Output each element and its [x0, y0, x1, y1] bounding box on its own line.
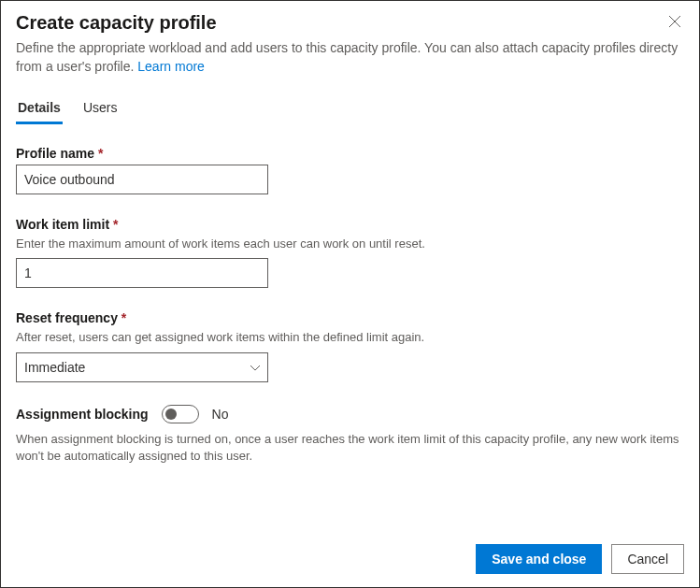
reset-frequency-label: Reset frequency *	[16, 310, 684, 325]
assignment-blocking-help: When assignment blocking is turned on, o…	[16, 431, 684, 465]
dialog-description: Define the appropriate workload and add …	[16, 39, 684, 76]
dialog-content: Profile name * Work item limit * Enter t…	[1, 125, 699, 531]
learn-more-link[interactable]: Learn more	[137, 59, 205, 74]
reset-frequency-select[interactable]	[16, 352, 268, 382]
tabs: Details Users	[1, 93, 699, 125]
close-icon	[668, 15, 681, 28]
assignment-blocking-state: No	[212, 407, 229, 422]
work-item-limit-input[interactable]	[16, 258, 268, 288]
work-item-limit-label: Work item limit *	[16, 217, 684, 232]
reset-frequency-help: After reset, users can get assigned work…	[16, 329, 684, 346]
toggle-knob	[165, 409, 177, 420]
profile-name-label: Profile name *	[16, 146, 684, 161]
tab-details[interactable]: Details	[16, 93, 63, 124]
required-indicator: *	[113, 217, 118, 232]
reset-frequency-group: Reset frequency * After reset, users can…	[16, 310, 684, 381]
profile-name-input[interactable]	[16, 165, 268, 194]
close-button[interactable]	[665, 12, 684, 31]
dialog-title: Create capacity profile	[16, 12, 684, 34]
dialog-footer: Save and close Cancel	[1, 531, 699, 587]
assignment-blocking-label: Assignment blocking	[16, 407, 149, 422]
assignment-blocking-group: Assignment blocking No When assignment b…	[16, 405, 684, 465]
save-and-close-button[interactable]: Save and close	[476, 544, 602, 574]
required-indicator: *	[98, 146, 103, 161]
assignment-blocking-row: Assignment blocking No	[16, 405, 684, 423]
reset-frequency-select-wrapper	[16, 352, 268, 382]
work-item-limit-help: Enter the maximum amount of work items e…	[16, 236, 684, 252]
assignment-blocking-toggle[interactable]	[162, 405, 199, 423]
cancel-button[interactable]: Cancel	[611, 544, 684, 574]
description-text: Define the appropriate workload and add …	[16, 40, 678, 74]
dialog-header: Create capacity profile Define the appro…	[1, 1, 699, 76]
work-item-limit-group: Work item limit * Enter the maximum amou…	[16, 217, 684, 288]
tab-users[interactable]: Users	[81, 93, 120, 124]
required-indicator: *	[121, 310, 126, 325]
create-capacity-profile-dialog: Create capacity profile Define the appro…	[0, 0, 700, 588]
profile-name-group: Profile name *	[16, 146, 684, 194]
